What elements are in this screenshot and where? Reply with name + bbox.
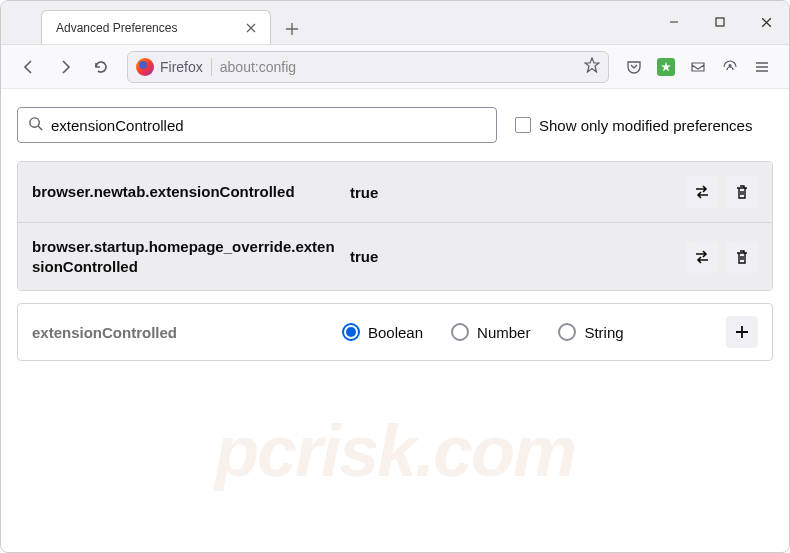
- content-area: Show only modified preferences browser.n…: [1, 89, 789, 379]
- search-input[interactable]: [51, 117, 486, 134]
- search-box[interactable]: [17, 107, 497, 143]
- radio-boolean[interactable]: Boolean: [342, 323, 423, 341]
- radio-string[interactable]: String: [558, 323, 623, 341]
- radio-number[interactable]: Number: [451, 323, 530, 341]
- new-tab-button[interactable]: [277, 14, 307, 44]
- radio-label: String: [584, 324, 623, 341]
- page-actions: [619, 52, 777, 82]
- show-modified-checkbox-label[interactable]: Show only modified preferences: [515, 117, 752, 134]
- tab-strip: Advanced Preferences: [1, 10, 651, 44]
- pocket-button[interactable]: [619, 52, 649, 82]
- preference-value: true: [342, 248, 686, 265]
- extension-button[interactable]: [651, 52, 681, 82]
- browser-tab[interactable]: Advanced Preferences: [41, 10, 271, 44]
- tab-close-button[interactable]: [242, 19, 260, 37]
- mail-button[interactable]: [683, 52, 713, 82]
- preference-row: browser.newtab.extensionControlled true: [18, 162, 772, 223]
- delete-button[interactable]: [726, 176, 758, 208]
- watermark: pcrisk.com: [215, 410, 575, 492]
- reload-button[interactable]: [85, 51, 117, 83]
- show-modified-checkbox[interactable]: [515, 117, 531, 133]
- preference-actions: [686, 176, 758, 208]
- svg-rect-0: [716, 18, 724, 26]
- forward-button[interactable]: [49, 51, 81, 83]
- identity-box[interactable]: Firefox: [136, 58, 212, 76]
- bookmark-star-icon[interactable]: [584, 57, 600, 76]
- extension-icon: [657, 58, 675, 76]
- type-radio-group: Boolean Number String: [342, 323, 726, 341]
- new-preference-name: extensionControlled: [32, 324, 342, 341]
- search-row: Show only modified preferences: [17, 107, 773, 143]
- new-preference-row: extensionControlled Boolean Number Strin…: [17, 303, 773, 361]
- svg-point-1: [729, 64, 732, 67]
- delete-button[interactable]: [726, 241, 758, 273]
- add-button[interactable]: [726, 316, 758, 348]
- svg-point-2: [30, 117, 39, 126]
- close-window-button[interactable]: [743, 0, 789, 44]
- firefox-logo-icon: [136, 58, 154, 76]
- menu-button[interactable]: [747, 52, 777, 82]
- account-button[interactable]: [715, 52, 745, 82]
- radio-input[interactable]: [558, 323, 576, 341]
- preference-name: browser.newtab.extensionControlled: [32, 182, 342, 202]
- minimize-button[interactable]: [651, 0, 697, 44]
- preference-actions: [686, 241, 758, 273]
- address-bar[interactable]: Firefox about:config: [127, 51, 609, 83]
- maximize-button[interactable]: [697, 0, 743, 44]
- browser-toolbar: Firefox about:config: [1, 45, 789, 89]
- preferences-list: browser.newtab.extensionControlled true …: [17, 161, 773, 291]
- checkbox-text: Show only modified preferences: [539, 117, 752, 134]
- radio-label: Boolean: [368, 324, 423, 341]
- preference-row: browser.startup.homepage_override.extens…: [18, 223, 772, 290]
- back-button[interactable]: [13, 51, 45, 83]
- window-controls: [651, 0, 789, 44]
- tab-title: Advanced Preferences: [52, 21, 242, 35]
- toggle-button[interactable]: [686, 176, 718, 208]
- titlebar: Advanced Preferences: [1, 1, 789, 45]
- radio-label: Number: [477, 324, 530, 341]
- search-icon: [28, 116, 43, 135]
- toggle-button[interactable]: [686, 241, 718, 273]
- preference-value: true: [342, 184, 686, 201]
- url-text: about:config: [220, 59, 584, 75]
- preference-name: browser.startup.homepage_override.extens…: [32, 237, 342, 276]
- identity-label: Firefox: [160, 59, 203, 75]
- radio-input[interactable]: [342, 323, 360, 341]
- radio-input[interactable]: [451, 323, 469, 341]
